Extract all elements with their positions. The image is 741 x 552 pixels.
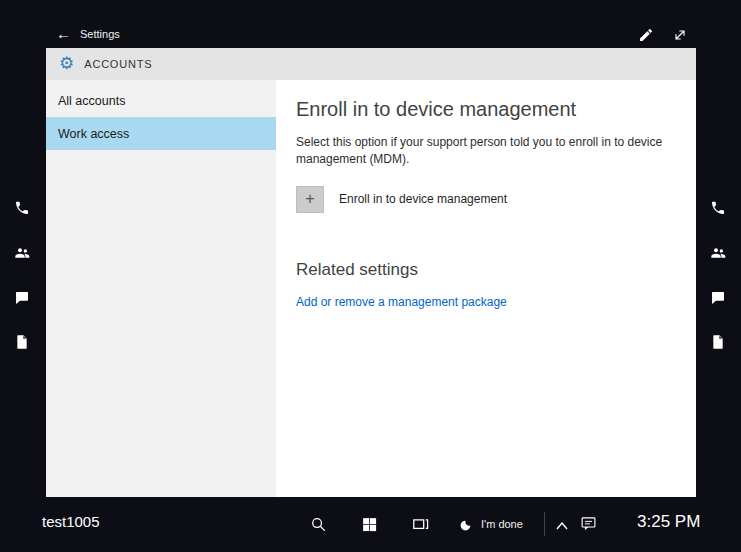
- chat-icon[interactable]: [710, 290, 726, 306]
- app-header: ⚙ ACCOUNTS: [46, 48, 696, 80]
- document-icon[interactable]: [14, 334, 30, 350]
- page-description: Select this option if your support perso…: [296, 134, 676, 169]
- clock[interactable]: 3:25 PM: [637, 512, 700, 532]
- search-icon[interactable]: [310, 516, 327, 533]
- chat-icon[interactable]: [14, 290, 30, 306]
- sidebar-item-label: Work access: [58, 127, 129, 141]
- page-title: Enroll in to device management: [296, 98, 676, 121]
- im-done-button[interactable]: I'm done: [453, 511, 529, 537]
- enroll-button-label: Enroll in to device management: [339, 192, 507, 206]
- related-settings-title: Related settings: [296, 260, 676, 280]
- sidebar-item-work-access[interactable]: Work access: [46, 117, 276, 150]
- chevron-up-icon[interactable]: [555, 518, 569, 530]
- back-button[interactable]: ←: [56, 25, 71, 42]
- settings-gear-icon: ⚙: [59, 55, 74, 72]
- expand-diagonal-icon[interactable]: [672, 27, 688, 43]
- sidebar-item-all-accounts[interactable]: All accounts: [46, 84, 276, 117]
- management-package-link[interactable]: Add or remove a management package: [296, 295, 507, 309]
- phone-icon[interactable]: [14, 200, 30, 216]
- settings-window: ⚙ ACCOUNTS All accounts Work access Enro…: [46, 48, 696, 497]
- taskbar: test1005 I'm done 3:25 PM: [0, 497, 741, 552]
- sidebar: All accounts Work access: [46, 80, 276, 497]
- action-center-icon[interactable]: [580, 515, 597, 532]
- frame-title: Settings: [80, 28, 120, 40]
- phone-icon[interactable]: [710, 200, 726, 216]
- plus-icon: +: [296, 186, 324, 213]
- pencil-icon[interactable]: [638, 27, 654, 43]
- moon-icon: [459, 518, 472, 531]
- people-icon[interactable]: [710, 245, 726, 261]
- document-icon[interactable]: [710, 334, 726, 350]
- content-panel: Enroll in to device management Select th…: [276, 80, 696, 497]
- people-icon[interactable]: [14, 245, 30, 261]
- sidebar-item-label: All accounts: [58, 94, 125, 108]
- task-view-icon[interactable]: [412, 516, 429, 533]
- enroll-mdm-button[interactable]: + Enroll in to device management: [296, 186, 676, 213]
- app-header-title: ACCOUNTS: [84, 58, 152, 70]
- windows-logo-icon[interactable]: [361, 516, 378, 533]
- taskbar-divider: [544, 512, 545, 536]
- username-label: test1005: [42, 513, 100, 530]
- im-done-label: I'm done: [481, 518, 523, 530]
